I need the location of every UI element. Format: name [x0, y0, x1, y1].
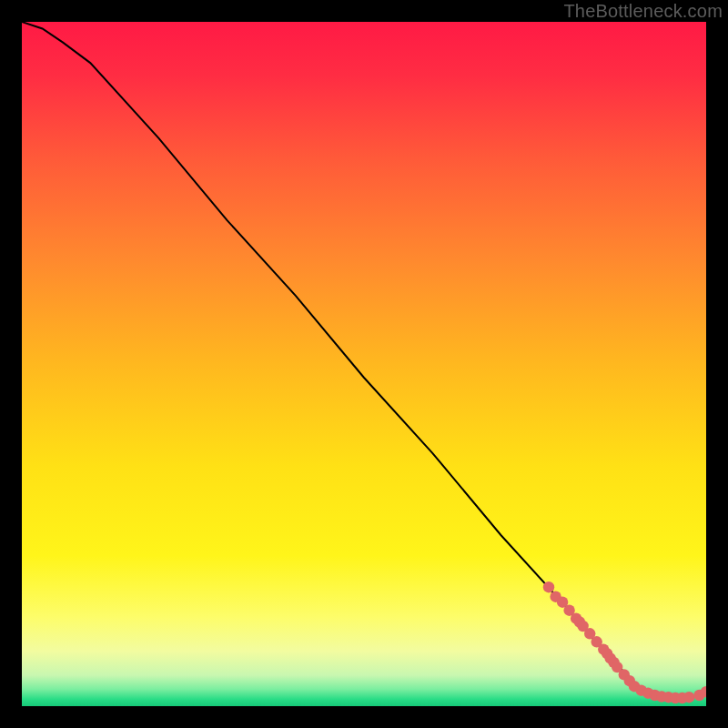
- data-markers: [543, 581, 706, 703]
- data-marker: [683, 692, 694, 703]
- chart-svg: [22, 22, 706, 706]
- bottleneck-curve: [22, 22, 706, 698]
- watermark-text: TheBottleneck.com: [563, 1, 723, 22]
- chart-frame: [22, 22, 706, 706]
- data-marker: [543, 581, 554, 592]
